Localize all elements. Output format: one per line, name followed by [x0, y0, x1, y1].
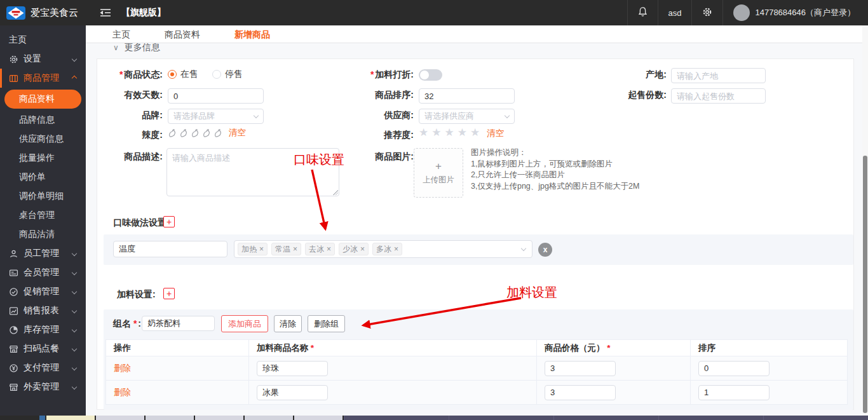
min-qty-input[interactable]	[671, 88, 766, 104]
add-topping-group-button[interactable]: +	[163, 288, 175, 299]
bell-icon	[638, 6, 648, 19]
star-icon[interactable]: ★	[470, 126, 480, 139]
taskbar-windows-group[interactable]	[344, 416, 868, 420]
taskbar-app-icon[interactable]	[39, 416, 45, 420]
taskbar-window[interactable]	[763, 416, 868, 420]
collapse-more-info[interactable]: ∨ 更多信息	[113, 42, 160, 53]
group-name-input[interactable]	[142, 316, 215, 331]
taskbar-start[interactable]	[0, 416, 38, 420]
sidebar-item-supplier-info[interactable]: 供应商信息	[0, 130, 86, 149]
taskbar-window[interactable]	[553, 416, 658, 420]
delete-flavor-row-button[interactable]: x	[538, 243, 552, 257]
taskbar-window[interactable]	[245, 416, 293, 420]
username[interactable]: asd	[658, 0, 692, 25]
label-origin: 产地:	[601, 69, 667, 81]
taskbar-window[interactable]	[146, 416, 194, 420]
flavor-tag[interactable]: 常温×	[271, 243, 301, 255]
sidebar-item-brand-info[interactable]: 品牌信息	[0, 111, 86, 130]
close-icon[interactable]: ×	[394, 245, 398, 254]
taskbar-window[interactable]	[344, 416, 449, 420]
topping-price-input[interactable]	[545, 385, 616, 400]
topping-discount-toggle[interactable]	[419, 69, 442, 81]
delete-group-button[interactable]: 删除组	[308, 315, 345, 332]
topping-sort-input[interactable]	[698, 361, 770, 376]
delete-row-link[interactable]: 删除	[114, 363, 131, 373]
flavor-tag[interactable]: 多冰×	[372, 243, 402, 255]
flavor-name-input[interactable]	[113, 241, 227, 257]
topping-name-input[interactable]	[257, 385, 328, 400]
goods-sort-input[interactable]	[419, 88, 515, 104]
radio-on-sale[interactable]: 在售	[168, 69, 198, 80]
sidebar-item-goods-data[interactable]: 商品资料	[4, 90, 81, 109]
taskbar	[0, 416, 868, 420]
sidebar-item-scan-order[interactable]: 扫码点餐	[0, 339, 86, 358]
sidebar-item-table-management[interactable]: 桌台管理	[0, 206, 86, 225]
taskbar-window[interactable]	[449, 416, 553, 420]
valid-days-input[interactable]	[168, 88, 264, 104]
scrollbar-track[interactable]	[862, 25, 868, 416]
clear-recommend-link[interactable]: 清空	[487, 128, 504, 139]
sidebar-item-promotions[interactable]: 促销管理	[0, 282, 86, 301]
sidebar-item-payment[interactable]: 支付管理	[0, 358, 86, 377]
tab-home[interactable]: 主页	[95, 25, 147, 43]
flavor-tag[interactable]: 加热×	[238, 243, 268, 255]
chili-icon[interactable]	[179, 128, 190, 139]
brand-select[interactable]: 请选择品牌	[168, 109, 264, 124]
sidebar-item-goods-management[interactable]: 商品管理	[0, 69, 86, 88]
close-icon[interactable]: ×	[259, 245, 264, 254]
chili-icon[interactable]	[202, 128, 213, 139]
close-icon[interactable]: ×	[293, 245, 297, 254]
taskbar-window[interactable]	[294, 416, 342, 420]
resize-handle-icon[interactable]	[332, 189, 338, 195]
topping-price-input[interactable]	[545, 361, 616, 376]
sidebar-item-members[interactable]: 会员管理	[0, 263, 86, 282]
star-icon[interactable]: ★	[419, 126, 428, 139]
sidebar-item-price-adjust[interactable]: 调价单	[0, 168, 86, 187]
menu-fold-icon[interactable]	[100, 8, 111, 17]
chili-icon[interactable]	[214, 128, 224, 139]
flavor-values-select[interactable]: 加热× 常温× 去冰× 少冰× 多冰×	[234, 240, 532, 258]
account-menu[interactable]: 14778684646（商户登录）	[722, 0, 868, 25]
tab-new-goods[interactable]: 新增商品	[217, 25, 287, 43]
sidebar-item-inventory[interactable]: 库存管理	[0, 320, 86, 339]
sidebar-item-sales-report[interactable]: 销售报表	[0, 301, 86, 320]
chili-icon[interactable]	[168, 128, 179, 139]
taskbar-window[interactable]	[658, 416, 763, 420]
flavor-tag[interactable]: 去冰×	[305, 243, 335, 255]
clear-spicy-link[interactable]: 清空	[229, 127, 246, 139]
header-topping-name: 加料商品名称 *	[249, 340, 537, 356]
close-icon[interactable]: ×	[327, 245, 331, 254]
star-icon[interactable]: ★	[458, 126, 467, 139]
clear-button[interactable]: 清除	[274, 315, 302, 332]
sidebar-item-settings[interactable]: 设置	[0, 50, 86, 69]
star-icon[interactable]: ★	[445, 126, 454, 139]
notifications-button[interactable]	[627, 0, 658, 25]
sidebar-item-staff[interactable]: 员工管理	[0, 244, 86, 263]
sidebar-item-soldout[interactable]: 商品沽清	[0, 225, 86, 244]
sidebar-item-takeout[interactable]: 外卖管理	[0, 377, 86, 396]
star-icon[interactable]: ★	[431, 126, 441, 139]
topping-sort-input[interactable]	[698, 385, 770, 400]
sidebar-item-home[interactable]: 主页	[0, 30, 86, 50]
spicy-rating: 清空	[168, 127, 246, 139]
radio-off-sale[interactable]: 停售	[212, 69, 243, 80]
add-product-button[interactable]: 添加商品	[221, 315, 268, 332]
supplier-select[interactable]: 请选择供应商	[419, 109, 515, 124]
chili-icon[interactable]	[191, 128, 201, 139]
taskbar-window[interactable]	[96, 416, 144, 420]
tab-goods-data[interactable]: 商品资料	[147, 25, 217, 43]
origin-input[interactable]	[671, 68, 766, 83]
topping-name-input[interactable]	[257, 361, 328, 376]
settings-button[interactable]	[691, 0, 722, 25]
upload-image-button[interactable]: + 上传图片	[414, 148, 463, 198]
storefront-icon	[9, 383, 18, 392]
add-flavor-button[interactable]: +	[163, 216, 175, 227]
taskbar-window[interactable]	[195, 416, 243, 420]
close-icon[interactable]: ×	[360, 245, 365, 254]
flavor-tag[interactable]: 少冰×	[339, 243, 369, 255]
scrollbar-thumb[interactable]	[863, 156, 867, 413]
taskbar-window[interactable]	[46, 416, 95, 420]
delete-row-link[interactable]: 删除	[114, 388, 131, 397]
sidebar-item-batch-operation[interactable]: 批量操作	[0, 149, 86, 168]
sidebar-item-price-adjust-detail[interactable]: 调价单明细	[0, 187, 86, 206]
